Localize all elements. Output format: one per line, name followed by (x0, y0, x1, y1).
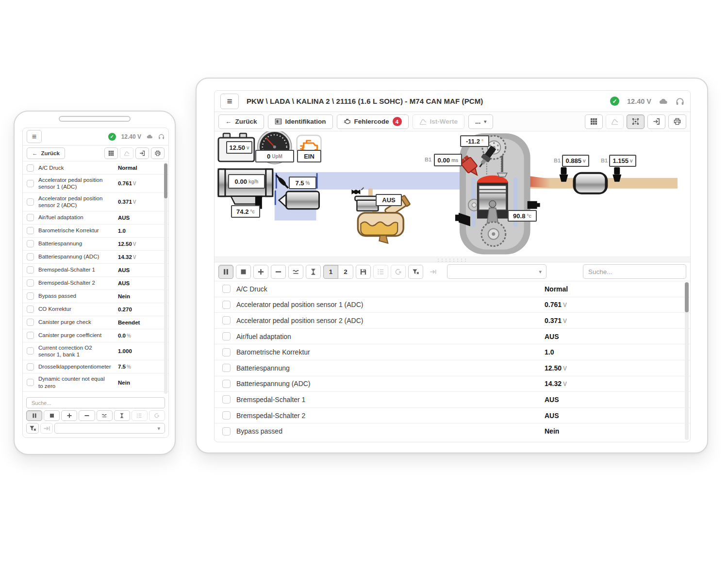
pause-button[interactable] (218, 265, 233, 279)
row-checkbox[interactable] (222, 380, 231, 388)
list-item[interactable]: Einspritzzeit, Bank 1 0.00ms (23, 392, 168, 395)
add-button[interactable] (253, 265, 268, 279)
goto-button[interactable] (426, 265, 441, 279)
row-checkbox[interactable] (222, 301, 231, 309)
live-values-button[interactable]: Ist-Werte (413, 114, 465, 129)
row-checkbox[interactable] (27, 332, 34, 339)
filter-reset-button[interactable] (26, 423, 39, 434)
row-checkbox[interactable] (222, 285, 231, 293)
row-checkbox[interactable] (27, 279, 34, 287)
row-checkbox[interactable] (222, 316, 231, 324)
back-button[interactable]: ← Zurück (27, 147, 65, 159)
table-row[interactable]: A/C Druck Normal (215, 281, 690, 297)
clear-selection-button[interactable] (149, 410, 165, 421)
table-row[interactable]: Accelerator pedal position sensor 2 (ADC… (215, 312, 690, 328)
chart-view-button[interactable] (606, 114, 624, 129)
table-row[interactable]: Accelerator pedal position sensor 1 (ADC… (215, 297, 690, 313)
row-checkbox[interactable] (27, 292, 34, 300)
chart-view-button[interactable] (120, 147, 133, 159)
table-row[interactable]: Bremspedal-Schalter 1 AUS (215, 391, 690, 407)
row-checkbox[interactable] (27, 395, 34, 395)
list-item[interactable]: Barometrische Korrektur 1.0 (23, 225, 168, 238)
stop-button[interactable] (236, 265, 251, 279)
list-item[interactable]: CO Korrektur 0.270 (23, 303, 168, 316)
search-input[interactable] (583, 264, 686, 279)
select-list-button[interactable] (373, 265, 388, 279)
grid-view-button[interactable] (585, 114, 603, 129)
row-checkbox[interactable] (27, 164, 34, 172)
list-item[interactable]: Bypass passed Nein (23, 290, 168, 303)
table-scrollbar-thumb[interactable] (685, 282, 689, 312)
group-dropdown[interactable]: ▾ (54, 423, 165, 434)
list-item[interactable]: Air/fuel adaptation AUS (23, 211, 168, 225)
list-item[interactable]: Drosselklappenpotentiometer 7.5% (23, 360, 168, 373)
more-button[interactable]: ... ▾ (468, 114, 493, 129)
list-scrollbar-thumb[interactable] (164, 163, 167, 198)
row-checkbox[interactable] (27, 319, 34, 326)
save-button[interactable] (356, 265, 371, 279)
row-checkbox[interactable] (27, 240, 34, 247)
row-checkbox[interactable] (27, 253, 34, 260)
goto-button[interactable] (40, 423, 53, 434)
diagram-view-button[interactable] (627, 114, 645, 129)
row-checkbox[interactable] (27, 198, 34, 206)
row-checkbox[interactable] (222, 427, 231, 436)
stop-button[interactable] (44, 410, 60, 421)
list-item[interactable]: A/C Druck Normal (23, 161, 168, 175)
fault-codes-button[interactable]: Fehlercode 4 (337, 114, 409, 129)
list-item[interactable]: Bremspedal-Schalter 2 AUS (23, 277, 168, 290)
menu-button[interactable]: ≡ (220, 94, 239, 109)
row-checkbox[interactable] (27, 266, 34, 274)
search-input[interactable] (26, 397, 165, 408)
row-checkbox[interactable] (222, 395, 231, 404)
add-button[interactable] (61, 410, 77, 421)
row-checkbox[interactable] (222, 364, 231, 372)
menu-button[interactable]: ≡ (27, 130, 42, 143)
minmax-button[interactable] (306, 265, 321, 279)
table-row[interactable]: Batteriespannung 12.50V (215, 360, 690, 376)
splitter-grip-icon[interactable] (436, 258, 468, 261)
list-item[interactable]: Accelerator pedal position sensor 1 (ADC… (23, 175, 168, 193)
row-checkbox[interactable] (27, 306, 34, 313)
row-checkbox[interactable] (27, 379, 34, 386)
minmax-button[interactable] (114, 410, 130, 421)
row-checkbox[interactable] (222, 348, 231, 356)
filter-reset-button[interactable] (408, 265, 423, 279)
identification-button[interactable]: Identifikation (268, 114, 333, 129)
list-item[interactable]: Canister purge check Beendet (23, 316, 168, 329)
row-checkbox[interactable] (27, 227, 34, 234)
smoothing-button[interactable] (97, 410, 113, 421)
remove-button[interactable] (271, 265, 286, 279)
grid-view-button[interactable] (104, 147, 118, 159)
list-item[interactable]: Bremspedal-Schalter 1 AUS (23, 264, 168, 277)
row-checkbox[interactable] (27, 214, 34, 221)
row-checkbox[interactable] (27, 363, 34, 371)
pane-splitter[interactable] (215, 257, 690, 262)
list-item[interactable]: Batteriespannung (ADC) 14.32V (23, 251, 168, 264)
smoothing-button[interactable] (288, 265, 303, 279)
list-item[interactable]: Dynamic counter not equal to zero Nein (23, 373, 168, 392)
table-row[interactable]: Bypass passed Nein (215, 423, 690, 439)
pause-button[interactable] (26, 410, 42, 421)
page-1-button[interactable]: 1 (323, 265, 338, 279)
list-item[interactable]: Accelerator pedal position sensor 2 (ADC… (23, 193, 168, 211)
list-item[interactable]: Canister purge coefficient 0.0% (23, 329, 168, 342)
table-row[interactable]: Air/fuel adaptation AUS (215, 328, 690, 344)
group-dropdown[interactable]: ▾ (447, 264, 546, 279)
table-row[interactable]: Batteriespannung (ADC) 14.32V (215, 376, 690, 392)
export-button[interactable] (135, 147, 149, 159)
row-checkbox[interactable] (222, 411, 231, 420)
row-checkbox[interactable] (27, 347, 34, 355)
list-item[interactable]: Batteriespannung 12.50V (23, 238, 168, 251)
table-row[interactable]: Bremspedal-Schalter 2 AUS (215, 407, 690, 423)
row-checkbox[interactable] (222, 332, 231, 340)
list-item[interactable]: Current correction O2 sensor 1, bank 1 1… (23, 342, 168, 361)
table-row[interactable]: Barometrische Korrektur 1.0 (215, 344, 690, 360)
row-checkbox[interactable] (27, 180, 34, 187)
select-list-button[interactable] (132, 410, 148, 421)
print-button[interactable] (668, 114, 686, 129)
page-2-button[interactable]: 2 (338, 265, 353, 279)
remove-button[interactable] (79, 410, 95, 421)
print-button[interactable] (151, 147, 165, 159)
export-button[interactable] (647, 114, 665, 129)
